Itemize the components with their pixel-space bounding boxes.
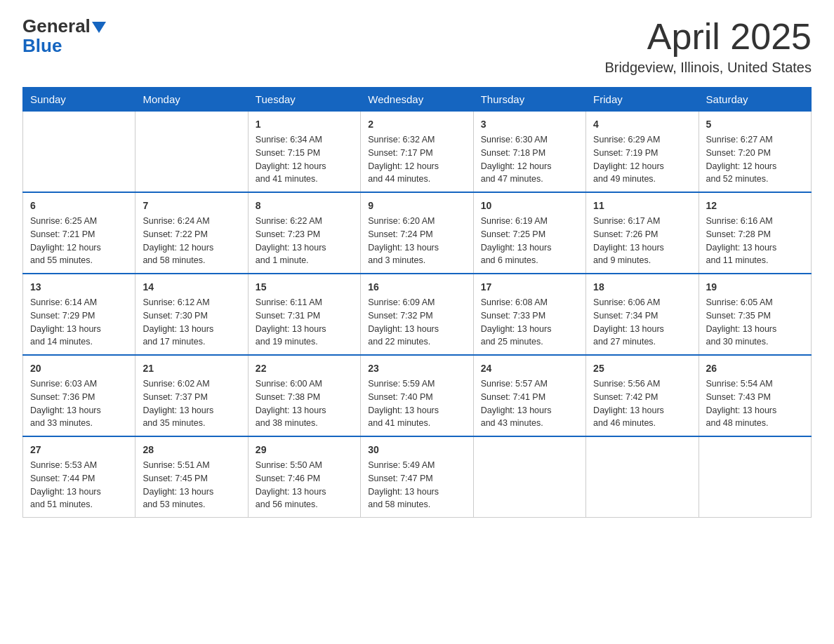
calendar-cell (23, 112, 135, 193)
calendar-cell: 8Sunrise: 6:22 AM Sunset: 7:23 PM Daylig… (248, 192, 360, 274)
day-info: Sunrise: 6:30 AM Sunset: 7:18 PM Dayligh… (481, 133, 578, 186)
page-title: April 2025 (604, 17, 812, 57)
day-info: Sunrise: 5:51 AM Sunset: 7:45 PM Dayligh… (143, 459, 240, 511)
day-number: 9 (368, 199, 465, 213)
page-header: General Blue April 2025 Bridgeview, Illi… (22, 17, 812, 76)
logo: General Blue (22, 17, 107, 57)
calendar-cell: 14Sunrise: 6:12 AM Sunset: 7:30 PM Dayli… (135, 274, 248, 355)
day-number: 12 (706, 199, 804, 213)
day-info: Sunrise: 5:56 AM Sunset: 7:42 PM Dayligh… (593, 377, 691, 430)
day-info: Sunrise: 6:22 AM Sunset: 7:23 PM Dayligh… (256, 215, 353, 267)
day-number: 29 (256, 443, 353, 457)
day-info: Sunrise: 6:03 AM Sunset: 7:36 PM Dayligh… (30, 377, 128, 430)
calendar-cell: 3Sunrise: 6:30 AM Sunset: 7:18 PM Daylig… (473, 112, 585, 193)
calendar-cell: 2Sunrise: 6:32 AM Sunset: 7:17 PM Daylig… (361, 112, 473, 193)
day-info: Sunrise: 6:25 AM Sunset: 7:21 PM Dayligh… (30, 215, 128, 267)
day-number: 1 (256, 117, 353, 132)
weekday-header-monday: Monday (135, 88, 248, 112)
day-number: 16 (368, 280, 465, 295)
day-number: 18 (593, 280, 691, 295)
day-number: 14 (143, 280, 240, 295)
calendar-cell: 10Sunrise: 6:19 AM Sunset: 7:25 PM Dayli… (473, 192, 585, 274)
day-info: Sunrise: 6:34 AM Sunset: 7:15 PM Dayligh… (256, 133, 353, 186)
calendar-cell: 9Sunrise: 6:20 AM Sunset: 7:24 PM Daylig… (361, 192, 473, 274)
calendar-cell: 20Sunrise: 6:03 AM Sunset: 7:36 PM Dayli… (23, 355, 135, 436)
calendar-cell: 5Sunrise: 6:27 AM Sunset: 7:20 PM Daylig… (699, 112, 811, 193)
logo-blue-text: Blue (22, 35, 62, 57)
calendar-cell: 18Sunrise: 6:06 AM Sunset: 7:34 PM Dayli… (586, 274, 699, 355)
day-info: Sunrise: 6:05 AM Sunset: 7:35 PM Dayligh… (706, 296, 804, 349)
calendar-cell: 17Sunrise: 6:08 AM Sunset: 7:33 PM Dayli… (473, 274, 585, 355)
day-info: Sunrise: 6:14 AM Sunset: 7:29 PM Dayligh… (30, 296, 128, 349)
calendar-cell: 11Sunrise: 6:17 AM Sunset: 7:26 PM Dayli… (586, 192, 699, 274)
weekday-header-wednesday: Wednesday (361, 88, 473, 112)
weekday-header-friday: Friday (586, 88, 699, 112)
day-number: 28 (143, 443, 240, 457)
weekday-header-sunday: Sunday (23, 88, 135, 112)
calendar-cell: 6Sunrise: 6:25 AM Sunset: 7:21 PM Daylig… (23, 192, 135, 274)
day-number: 24 (481, 361, 578, 376)
day-info: Sunrise: 6:06 AM Sunset: 7:34 PM Dayligh… (593, 296, 691, 349)
day-info: Sunrise: 6:16 AM Sunset: 7:28 PM Dayligh… (706, 215, 804, 267)
calendar-cell: 22Sunrise: 6:00 AM Sunset: 7:38 PM Dayli… (248, 355, 360, 436)
calendar-cell (586, 436, 699, 518)
day-info: Sunrise: 6:00 AM Sunset: 7:38 PM Dayligh… (256, 377, 353, 430)
day-number: 6 (30, 199, 128, 213)
day-number: 23 (368, 361, 465, 376)
day-info: Sunrise: 6:17 AM Sunset: 7:26 PM Dayligh… (593, 215, 691, 267)
day-info: Sunrise: 6:19 AM Sunset: 7:25 PM Dayligh… (481, 215, 578, 267)
day-info: Sunrise: 6:24 AM Sunset: 7:22 PM Dayligh… (143, 215, 240, 267)
day-number: 11 (593, 199, 691, 213)
calendar-cell: 26Sunrise: 5:54 AM Sunset: 7:43 PM Dayli… (699, 355, 811, 436)
logo-triangle-icon (92, 22, 106, 33)
calendar-cell: 7Sunrise: 6:24 AM Sunset: 7:22 PM Daylig… (135, 192, 248, 274)
day-number: 2 (368, 117, 465, 132)
day-info: Sunrise: 5:53 AM Sunset: 7:44 PM Dayligh… (30, 459, 128, 511)
calendar-cell: 29Sunrise: 5:50 AM Sunset: 7:46 PM Dayli… (248, 436, 360, 518)
calendar-week-row: 20Sunrise: 6:03 AM Sunset: 7:36 PM Dayli… (23, 355, 812, 436)
calendar-cell: 28Sunrise: 5:51 AM Sunset: 7:45 PM Dayli… (135, 436, 248, 518)
day-number: 7 (143, 199, 240, 213)
calendar-week-row: 6Sunrise: 6:25 AM Sunset: 7:21 PM Daylig… (23, 192, 812, 274)
day-number: 27 (30, 443, 128, 457)
calendar-cell: 15Sunrise: 6:11 AM Sunset: 7:31 PM Dayli… (248, 274, 360, 355)
day-info: Sunrise: 6:12 AM Sunset: 7:30 PM Dayligh… (143, 296, 240, 349)
calendar-week-row: 13Sunrise: 6:14 AM Sunset: 7:29 PM Dayli… (23, 274, 812, 355)
weekday-header-row: SundayMondayTuesdayWednesdayThursdayFrid… (23, 88, 812, 112)
day-info: Sunrise: 6:02 AM Sunset: 7:37 PM Dayligh… (143, 377, 240, 430)
day-number: 3 (481, 117, 578, 132)
day-info: Sunrise: 6:20 AM Sunset: 7:24 PM Dayligh… (368, 215, 465, 267)
calendar-cell (135, 112, 248, 193)
calendar-week-row: 27Sunrise: 5:53 AM Sunset: 7:44 PM Dayli… (23, 436, 812, 518)
day-info: Sunrise: 6:29 AM Sunset: 7:19 PM Dayligh… (593, 133, 691, 186)
weekday-header-thursday: Thursday (473, 88, 585, 112)
calendar-cell: 1Sunrise: 6:34 AM Sunset: 7:15 PM Daylig… (248, 112, 360, 193)
day-info: Sunrise: 6:32 AM Sunset: 7:17 PM Dayligh… (368, 133, 465, 186)
calendar-table: SundayMondayTuesdayWednesdayThursdayFrid… (22, 87, 812, 518)
day-info: Sunrise: 5:49 AM Sunset: 7:47 PM Dayligh… (368, 459, 465, 511)
logo-general-text: General (22, 17, 91, 35)
calendar-cell: 27Sunrise: 5:53 AM Sunset: 7:44 PM Dayli… (23, 436, 135, 518)
day-info: Sunrise: 5:50 AM Sunset: 7:46 PM Dayligh… (256, 459, 353, 511)
calendar-cell: 21Sunrise: 6:02 AM Sunset: 7:37 PM Dayli… (135, 355, 248, 436)
day-info: Sunrise: 6:11 AM Sunset: 7:31 PM Dayligh… (256, 296, 353, 349)
calendar-cell: 4Sunrise: 6:29 AM Sunset: 7:19 PM Daylig… (586, 112, 699, 193)
day-number: 4 (593, 117, 691, 132)
calendar-cell (699, 436, 811, 518)
day-number: 19 (706, 280, 804, 295)
calendar-cell: 30Sunrise: 5:49 AM Sunset: 7:47 PM Dayli… (361, 436, 473, 518)
calendar-cell (473, 436, 585, 518)
day-number: 26 (706, 361, 804, 376)
day-info: Sunrise: 6:27 AM Sunset: 7:20 PM Dayligh… (706, 133, 804, 186)
day-number: 8 (256, 199, 353, 213)
calendar-cell: 24Sunrise: 5:57 AM Sunset: 7:41 PM Dayli… (473, 355, 585, 436)
weekday-header-saturday: Saturday (699, 88, 811, 112)
day-number: 25 (593, 361, 691, 376)
calendar-cell: 19Sunrise: 6:05 AM Sunset: 7:35 PM Dayli… (699, 274, 811, 355)
day-info: Sunrise: 5:59 AM Sunset: 7:40 PM Dayligh… (368, 377, 465, 430)
day-number: 20 (30, 361, 128, 376)
day-number: 5 (706, 117, 804, 132)
weekday-header-tuesday: Tuesday (248, 88, 360, 112)
calendar-cell: 25Sunrise: 5:56 AM Sunset: 7:42 PM Dayli… (586, 355, 699, 436)
title-area: April 2025 Bridgeview, Illinois, United … (604, 17, 812, 76)
